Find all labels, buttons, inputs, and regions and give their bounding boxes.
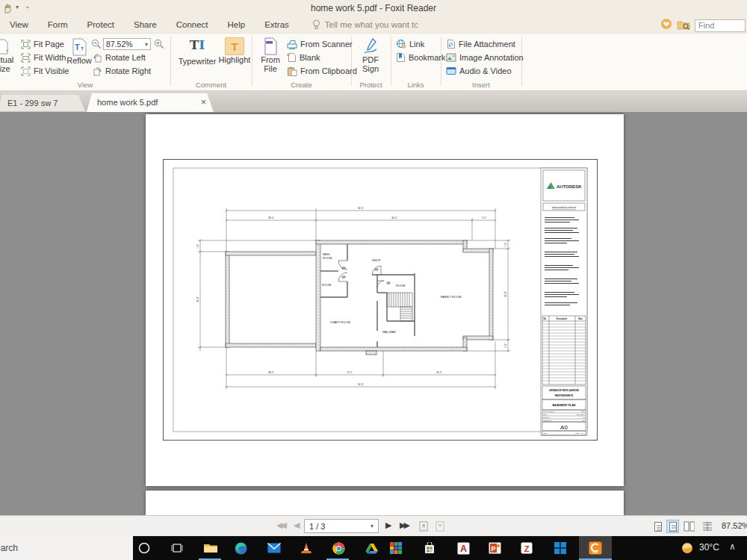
field-drawn-value: AFJ (582, 417, 585, 418)
taskbar-search-box[interactable]: Search (0, 536, 133, 560)
blank-button[interactable]: * Blank (287, 52, 320, 63)
from-file-label2: File (264, 64, 277, 73)
room-label-room-left: ROOM (322, 283, 331, 287)
edge-icon[interactable] (226, 536, 255, 560)
tab-e1-299-sw-7-st[interactable]: E1 - 299 sw 7 st.pdf (0, 95, 85, 111)
tab-home-work-5[interactable]: home work 5.pdf × (87, 93, 214, 112)
tab-close-icon[interactable]: × (201, 93, 206, 111)
rotate-right-button[interactable]: Rotate Right (93, 65, 151, 77)
status-zoom-value: 87.52% (722, 521, 747, 530)
facing-view-button[interactable] (683, 520, 695, 533)
previous-page-button[interactable]: ◀ (294, 520, 300, 530)
menu-protect[interactable]: Protect (78, 16, 124, 33)
foxit-taskbar-button[interactable]: PDF (579, 536, 612, 560)
stairs (387, 293, 412, 321)
windows-start-icon[interactable] (545, 536, 575, 560)
menu-connect[interactable]: Connect (167, 16, 218, 33)
fit-width-button[interactable]: Fit Width (21, 52, 66, 63)
typewriter-label: Typewriter (179, 57, 217, 66)
menu-share[interactable]: Share (124, 16, 167, 33)
windows-taskbar: Search (0, 536, 747, 560)
room-label-shop: SHOP (372, 258, 381, 262)
single-page-view-button[interactable] (651, 520, 664, 533)
menu-help[interactable]: Help (218, 16, 255, 33)
menu-extras[interactable]: Extras (255, 16, 299, 33)
highlight-button[interactable]: T Highlight (218, 36, 251, 78)
room-label-family: FAMILY ROOM (441, 295, 461, 299)
image-annotation-button[interactable]: Image Annotation (446, 52, 524, 63)
vlc-icon[interactable] (291, 536, 321, 560)
file-explorer-icon[interactable] (196, 536, 226, 560)
dim-bottom-a: 38'-0" (268, 371, 274, 374)
microsoft-store-icon[interactable] (415, 536, 444, 560)
svg-text:т: т (81, 45, 84, 52)
taskbar-chevron-up-icon[interactable]: ∧ (729, 541, 736, 552)
room-label-hallway: HALLWAY (382, 330, 397, 334)
menu-bar: View Form Protect Share Connect Help Ext… (0, 16, 747, 33)
pdf-page-1[interactable]: AUTODESK www.autodesk.com/revit (146, 114, 624, 486)
tell-me-box[interactable]: Tell me what you want tc (312, 19, 418, 30)
links-group-label: Links (391, 81, 441, 89)
audio-video-button[interactable]: Audio & Video (446, 65, 512, 77)
pdf-sign-button[interactable]: PDFSign (355, 36, 386, 78)
temperature-label[interactable]: 30°C (699, 542, 719, 553)
actual-size-button[interactable]: Actual Size (0, 36, 18, 78)
powerpoint-icon[interactable]: P (480, 536, 509, 560)
cortana-icon[interactable] (129, 536, 159, 560)
ribbon: Actual Size Fit Page Fit Width Fit Visib… (0, 33, 747, 91)
zoom-out-icon[interactable] (91, 39, 102, 52)
pdf-sign-icon (362, 37, 379, 55)
from-scanner-button[interactable]: From Scanner (287, 38, 353, 50)
comment-group-label: Comment (170, 81, 252, 89)
autocad-icon[interactable]: A (448, 536, 478, 560)
doors (338, 261, 390, 287)
pdf-page-2[interactable] (146, 491, 624, 515)
rotate-left-label: Rotate Left (105, 53, 146, 62)
search-folder-icon[interactable] (677, 19, 690, 33)
chrome-icon[interactable] (323, 536, 353, 560)
dimension-lines (198, 208, 510, 389)
field-drawn-label: Drawn by (544, 417, 551, 418)
continuous-view-button[interactable] (666, 520, 679, 533)
rotate-left-button[interactable]: Rotate Left (93, 52, 146, 63)
heart-icon[interactable] (660, 18, 672, 33)
weather-icon[interactable] (672, 536, 702, 560)
zoom-combobox[interactable]: 87.52%▾ (103, 38, 151, 50)
status-bar: ◀◀ ◀ 1 / 3▾ ▶ ▶▶ 87.52% (0, 515, 747, 536)
photos-grid-icon[interactable] (381, 536, 411, 560)
next-page-button[interactable]: ▶ (385, 520, 391, 530)
zarin-icon[interactable]: Z (512, 536, 542, 560)
reflow-label: Reflow (66, 56, 92, 65)
link-button[interactable]: Link (396, 38, 424, 50)
menu-view[interactable]: View (0, 16, 38, 33)
dim-top-a: 38'-0" (268, 217, 274, 220)
file-attachment-button[interactable]: File Attachment (446, 38, 515, 50)
bookmark-button[interactable]: Bookmark (396, 52, 446, 63)
dim-left-b: 35'-8" (196, 296, 199, 302)
document-area[interactable]: AUTODESK www.autodesk.com/revit (0, 112, 747, 515)
blank-label: Blank (300, 53, 320, 62)
menu-form[interactable]: Form (38, 16, 78, 33)
taskbar-search-text: Search (0, 543, 18, 553)
task-view-icon[interactable] (162, 536, 192, 560)
page-number-combobox[interactable]: 1 / 3▾ (304, 519, 379, 533)
fit-page-button[interactable]: Fit Page (21, 38, 64, 50)
mail-icon[interactable] (259, 536, 289, 560)
actual-size-icon (0, 39, 9, 55)
tab2-label: home work 5.pdf (97, 98, 158, 107)
continuous-facing-view-button[interactable] (701, 520, 713, 533)
foxit-app-icon: PDF (589, 541, 602, 555)
scanner-icon (287, 40, 297, 49)
typewriter-button[interactable]: TI Typewriter (176, 36, 218, 78)
previous-view-icon[interactable] (418, 521, 430, 535)
from-file-button[interactable]: FromFile (256, 36, 285, 78)
last-page-button[interactable]: ▶▶ (400, 520, 408, 530)
from-clipboard-button[interactable]: From Clipboard (287, 65, 357, 77)
first-page-button[interactable]: ◀◀ (276, 520, 285, 530)
next-view-icon[interactable] (435, 521, 446, 535)
from-file-label1: From (261, 55, 280, 64)
fit-visible-button[interactable]: Fit Visible (21, 65, 69, 77)
from-file-icon (264, 37, 277, 55)
zoom-in-icon[interactable] (154, 39, 164, 52)
find-input[interactable] (695, 19, 746, 32)
